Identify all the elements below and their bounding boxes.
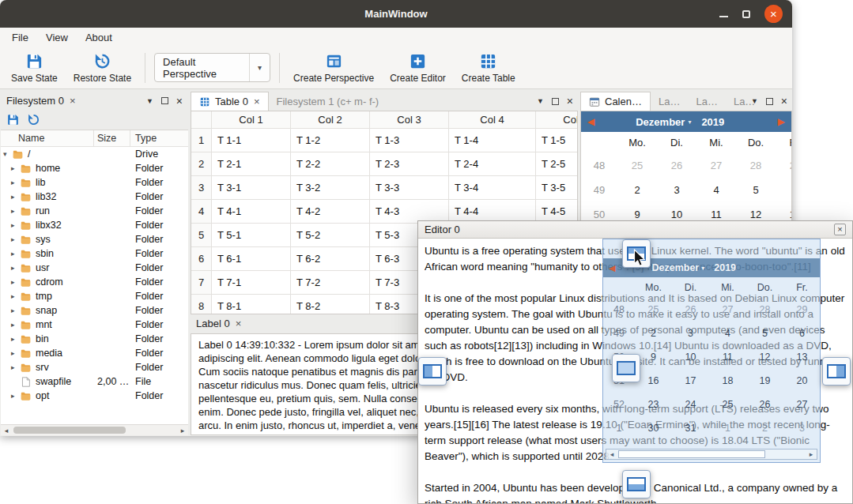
menu-file[interactable]: File: [3, 32, 37, 43]
row-header[interactable]: 2: [191, 152, 212, 176]
close-icon[interactable]: ×: [70, 96, 76, 106]
calendar-day[interactable]: 3: [657, 184, 696, 196]
table-cell[interactable]: T 8-2: [291, 295, 370, 314]
dock-menu-icon[interactable]: ▼: [537, 97, 544, 105]
expand-arrow-icon[interactable]: ▸: [11, 292, 20, 300]
table-cell[interactable]: T 1-2: [291, 129, 370, 152]
table-cell[interactable]: T 6-1: [212, 247, 291, 271]
perspective-select[interactable]: Default Perspective ▾: [154, 53, 270, 82]
expand-arrow-icon[interactable]: ▸: [11, 193, 20, 201]
expand-arrow-icon[interactable]: ▸: [11, 179, 20, 186]
create-table-button[interactable]: Create Table: [454, 49, 523, 87]
calendar-day[interactable]: 28: [736, 160, 776, 171]
maximize-icon[interactable]: [742, 10, 750, 18]
table-cell[interactable]: T 2-1: [212, 152, 291, 176]
tab-filesystem-1[interactable]: Filesystem 1 (c+ m- f-): [269, 92, 387, 111]
table-cell[interactable]: T 1-1: [212, 129, 291, 152]
dock-bottom-indicator-icon[interactable]: [622, 470, 651, 498]
tree-row[interactable]: ▸ srv Folder: [1, 360, 188, 374]
next-month-icon[interactable]: ▶: [778, 116, 785, 127]
calendar-day[interactable]: 6: [776, 184, 792, 196]
tab-label-widget[interactable]: La…: [651, 92, 688, 111]
restore-state-button[interactable]: Restore State: [66, 49, 139, 87]
minimize-icon[interactable]: [719, 16, 728, 17]
calendar-day[interactable]: 5: [736, 184, 776, 196]
expand-arrow-icon[interactable]: ▸: [11, 278, 20, 286]
table-cell[interactable]: T 4-1: [212, 200, 291, 224]
row-header[interactable]: 3: [191, 176, 212, 200]
filesystem-dock-title[interactable]: Filesystem 0: [6, 95, 64, 107]
table-column-header[interactable]: Col 2: [291, 111, 370, 129]
table-cell[interactable]: T 3-4: [449, 176, 536, 200]
expand-arrow-icon[interactable]: ▸: [11, 207, 20, 215]
dock-center-indicator-icon[interactable]: [612, 354, 640, 382]
table-cell[interactable]: T 2-2: [291, 152, 370, 176]
table-cell[interactable]: T 3-2: [291, 176, 370, 200]
table-cell[interactable]: T 2-4: [449, 152, 536, 176]
calendar-day[interactable]: 25: [617, 160, 657, 171]
column-header-name[interactable]: Name: [1, 130, 94, 146]
dock-right-indicator-icon[interactable]: [822, 357, 851, 386]
float-icon[interactable]: [552, 98, 559, 105]
calendar-day[interactable]: 11: [696, 209, 736, 220]
tree-row[interactable]: ▸ media Folder: [1, 346, 188, 360]
dock-left-indicator-icon[interactable]: [418, 357, 447, 386]
menu-about[interactable]: About: [77, 32, 121, 43]
month-label[interactable]: Dezember: [636, 116, 685, 128]
horizontal-scrollbar[interactable]: ◂ ▸: [1, 424, 188, 435]
calendar-day[interactable]: 4: [696, 184, 736, 196]
table-cell[interactable]: T 4-2: [291, 200, 370, 224]
expand-arrow-icon[interactable]: ▾: [3, 150, 12, 158]
save-state-button[interactable]: Save State: [3, 49, 66, 87]
column-header-size[interactable]: Size: [94, 130, 130, 146]
calendar-day[interactable]: 9: [617, 209, 657, 220]
tree-row[interactable]: ▸ opt Folder: [1, 389, 188, 403]
table-cell[interactable]: T 5-2: [291, 224, 370, 247]
expand-arrow-icon[interactable]: ▸: [11, 363, 20, 371]
menu-view[interactable]: View: [37, 32, 77, 43]
tree-row[interactable]: ▸ home Folder: [1, 161, 188, 175]
calendar-day[interactable]: 10: [657, 209, 696, 220]
table-cell[interactable]: T 1-5: [536, 129, 578, 152]
expand-arrow-icon[interactable]: ▸: [11, 335, 20, 343]
tab-label-widget[interactable]: La…: [688, 92, 725, 111]
close-icon[interactable]: ×: [781, 96, 787, 107]
table-cell[interactable]: T 6-2: [291, 247, 370, 271]
calendar-day[interactable]: 26: [657, 160, 696, 171]
row-header[interactable]: 6: [191, 247, 212, 271]
tree-row[interactable]: ▸ lib32 Folder: [1, 190, 188, 204]
row-header[interactable]: 1: [191, 129, 212, 152]
tree-row[interactable]: ▸ snap Folder: [1, 303, 188, 318]
table-cell[interactable]: T 2-3: [370, 152, 449, 176]
titlebar[interactable]: MainWindow ×: [0, 0, 792, 28]
tree-row[interactable]: swapfile 2,00 … File: [1, 374, 188, 389]
close-icon[interactable]: ×: [567, 96, 573, 107]
float-icon[interactable]: [766, 98, 773, 105]
calendar-day[interactable]: 12: [736, 209, 776, 220]
calendar-day[interactable]: 27: [696, 160, 736, 171]
calendar-day[interactable]: 2: [617, 184, 657, 196]
expand-arrow-icon[interactable]: ▸: [11, 235, 20, 243]
close-icon[interactable]: ×: [236, 318, 242, 329]
create-perspective-button[interactable]: Create Perspective: [285, 49, 382, 87]
tree-row[interactable]: ▸ usr Folder: [1, 261, 188, 275]
table-column-header[interactable]: Col 5: [536, 111, 578, 129]
table-cell[interactable]: T 7-2: [291, 271, 370, 295]
row-header[interactable]: 4: [191, 200, 212, 224]
close-icon[interactable]: ×: [834, 224, 846, 235]
expand-arrow-icon[interactable]: ▸: [11, 321, 20, 329]
close-icon[interactable]: ×: [176, 96, 183, 107]
save-icon[interactable]: [6, 113, 20, 126]
prev-month-icon[interactable]: ◀: [587, 116, 594, 127]
table-cell[interactable]: T 3-1: [212, 176, 291, 200]
tree-row[interactable]: ▸ cdrom Folder: [1, 275, 188, 289]
table-column-header[interactable]: Col 3: [370, 111, 449, 129]
table-cell[interactable]: T 1-4: [449, 129, 536, 152]
table-column-header[interactable]: Col 4: [449, 111, 536, 129]
table-cell[interactable]: T 3-5: [536, 176, 578, 200]
table-column-header[interactable]: Col 1: [212, 111, 291, 129]
tree-row[interactable]: ▾ / Drive: [1, 147, 188, 161]
table-cell[interactable]: T 8-1: [212, 295, 291, 314]
expand-arrow-icon[interactable]: ▸: [11, 264, 20, 272]
expand-arrow-icon[interactable]: ▸: [11, 392, 20, 400]
